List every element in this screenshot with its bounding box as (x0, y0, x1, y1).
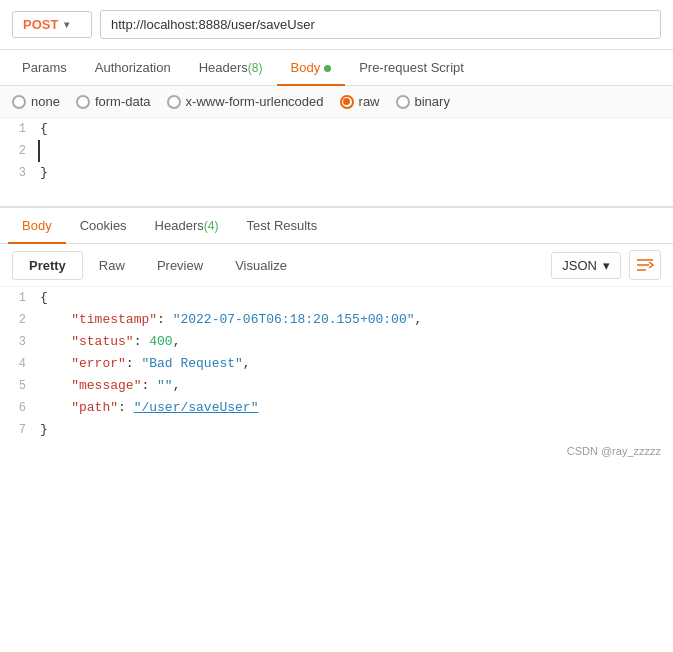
code-line-2: 2 (0, 140, 673, 162)
url-input[interactable] (100, 10, 661, 39)
method-select[interactable]: POST ▾ (12, 11, 92, 38)
method-label: POST (23, 17, 58, 32)
resp-tab-cookies[interactable]: Cookies (66, 208, 141, 243)
body-type-formdata[interactable]: form-data (76, 94, 151, 109)
resp-headers-badge: (4) (204, 219, 219, 233)
request-tabs: Params Authorization Headers(8) Body Pre… (0, 50, 673, 86)
response-section: Body Cookies Headers(4) Test Results Pre… (0, 208, 673, 463)
body-type-row: none form-data x-www-form-urlencoded raw… (0, 86, 673, 118)
tab-params[interactable]: Params (8, 50, 81, 85)
viewer-toolbar: Pretty Raw Preview Visualize JSON ▾ (0, 244, 673, 287)
code-line-3: 3 } (0, 162, 673, 184)
body-type-urlencoded[interactable]: x-www-form-urlencoded (167, 94, 324, 109)
radio-formdata (76, 95, 90, 109)
watermark: CSDN @ray_zzzzz (0, 441, 673, 463)
body-dot (324, 65, 331, 72)
tab-headers[interactable]: Headers(8) (185, 50, 277, 85)
headers-badge: (8) (248, 61, 263, 75)
body-type-none[interactable]: none (12, 94, 60, 109)
view-btn-preview[interactable]: Preview (141, 252, 219, 279)
radio-none (12, 95, 26, 109)
response-json: 1 { 2 "timestamp": "2022-07-06T06:18:20.… (0, 287, 673, 441)
json-line-4: 4 "error": "Bad Request", (0, 353, 673, 375)
radio-raw (340, 95, 354, 109)
resp-tab-test-results[interactable]: Test Results (232, 208, 331, 243)
tab-authorization[interactable]: Authorization (81, 50, 185, 85)
json-line-7: 7 } (0, 419, 673, 441)
resp-tab-body[interactable]: Body (8, 208, 66, 243)
radio-binary (396, 95, 410, 109)
body-type-raw[interactable]: raw (340, 94, 380, 109)
view-btn-visualize[interactable]: Visualize (219, 252, 303, 279)
view-btn-raw[interactable]: Raw (83, 252, 141, 279)
format-select[interactable]: JSON ▾ (551, 252, 621, 279)
json-line-2: 2 "timestamp": "2022-07-06T06:18:20.155+… (0, 309, 673, 331)
body-type-binary[interactable]: binary (396, 94, 450, 109)
wrap-button[interactable] (629, 250, 661, 280)
method-chevron: ▾ (64, 19, 69, 30)
url-bar: POST ▾ (0, 0, 673, 50)
json-line-3: 3 "status": 400, (0, 331, 673, 353)
code-line-1: 1 { (0, 118, 673, 140)
view-btn-pretty[interactable]: Pretty (12, 251, 83, 280)
request-body-editor[interactable]: 1 { 2 3 } (0, 118, 673, 208)
resp-tab-headers[interactable]: Headers(4) (141, 208, 233, 243)
json-line-5: 5 "message": "", (0, 375, 673, 397)
radio-urlencoded (167, 95, 181, 109)
json-line-6: 6 "path": "/user/saveUser" (0, 397, 673, 419)
tab-body[interactable]: Body (277, 50, 346, 85)
tab-prerequest[interactable]: Pre-request Script (345, 50, 478, 85)
json-line-1: 1 { (0, 287, 673, 309)
response-tabs: Body Cookies Headers(4) Test Results (0, 208, 673, 244)
